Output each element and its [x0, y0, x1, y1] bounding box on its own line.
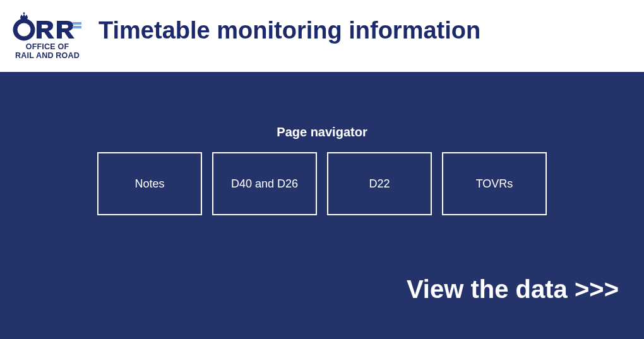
- nav-button-d22[interactable]: D22: [327, 152, 432, 215]
- nav-button-d40-d26[interactable]: D40 and D26: [212, 152, 317, 215]
- page-title: Timetable monitoring information: [98, 17, 480, 44]
- nav-button-row: Notes D40 and D26 D22 TOVRs: [97, 152, 547, 215]
- nav-button-notes[interactable]: Notes: [97, 152, 202, 215]
- orr-logo-mark: [13, 12, 82, 41]
- logo-line-1: OFFICE OF: [15, 42, 80, 51]
- svg-rect-3: [73, 26, 81, 28]
- logo-line-2: RAIL AND ROAD: [15, 51, 80, 60]
- nav-button-label: TOVRs: [476, 177, 513, 191]
- svg-point-1: [15, 21, 33, 39]
- nav-button-tovrs[interactable]: TOVRs: [442, 152, 547, 215]
- orr-logo: OFFICE OF RAIL AND ROAD: [13, 12, 82, 61]
- content-area: Page navigator Notes D40 and D26 D22 TOV…: [0, 73, 644, 339]
- header: OFFICE OF RAIL AND ROAD Timetable monito…: [0, 0, 644, 73]
- nav-button-label: D40 and D26: [231, 177, 298, 191]
- page-navigator-label: Page navigator: [277, 125, 367, 140]
- nav-button-label: D22: [369, 177, 390, 191]
- view-data-link[interactable]: View the data >>>: [407, 275, 619, 304]
- svg-rect-2: [73, 22, 81, 25]
- nav-button-label: Notes: [134, 177, 164, 191]
- svg-point-0: [23, 12, 25, 14]
- orr-logo-text: OFFICE OF RAIL AND ROAD: [15, 42, 80, 61]
